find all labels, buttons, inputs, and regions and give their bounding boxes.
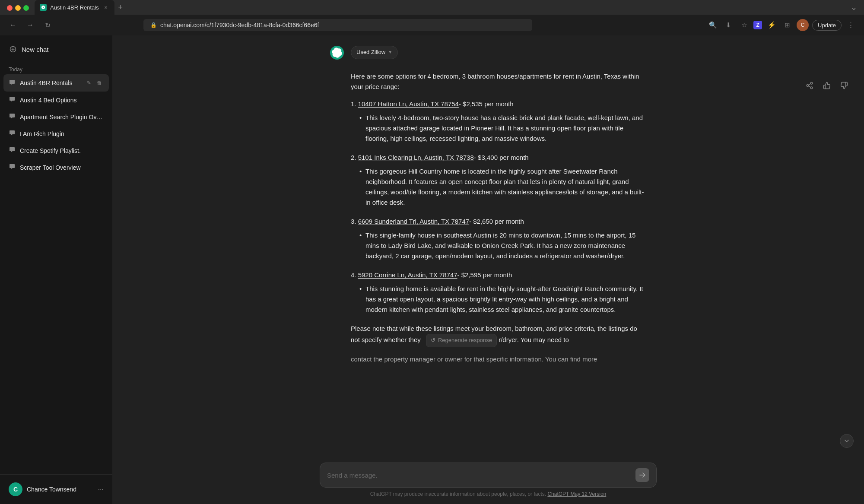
regenerate-response-btn[interactable]: ↺ Regenerate response (426, 334, 497, 347)
address-bar: ← → ↻ 🔒 chat.openai.com/c/1f7930dc-9edb-… (0, 15, 864, 35)
maximize-window-btn[interactable] (23, 5, 29, 11)
forward-btn[interactable]: → (24, 19, 36, 31)
listing-bullets-2: This single-family house in southeast Au… (351, 230, 646, 261)
sidebar-item-actions-0: ✎ 🗑 (85, 79, 104, 87)
svg-line-3 (808, 86, 810, 87)
chevron-down-icon: ▼ (388, 49, 392, 56)
message-body: Used Zillow ▼ Here are some options for … (351, 46, 646, 365)
sidebar-bottom: C Chance Townsend ··· (0, 474, 112, 504)
listing-price-2: - $2,650 per month (469, 218, 524, 225)
active-tab[interactable]: Austin 4BR Rentals ✕ (35, 0, 114, 15)
sidebar-top: New chat (0, 35, 112, 63)
tab-favicon (40, 4, 47, 11)
message-input[interactable] (327, 472, 630, 479)
edit-chat-btn[interactable]: ✎ (85, 79, 93, 87)
app: New chat Today Austin 4BR Rentals ✎ 🗑 (0, 35, 864, 504)
bookmark-btn[interactable]: ☆ (738, 19, 750, 31)
chat-icon-0 (9, 79, 16, 87)
tab-close-btn[interactable]: ✕ (102, 4, 109, 11)
listing-item-1: 2. 5101 Inks Clearing Ln, Austin, TX 787… (351, 152, 646, 208)
sidebar-item-apartment-search[interactable]: Apartment Search Plugin Ove... (3, 108, 109, 125)
new-tab-btn[interactable]: + (114, 1, 127, 13)
user-menu-btn[interactable]: ··· (98, 485, 104, 493)
update-btn[interactable]: Update (812, 20, 842, 31)
listing-num-1: 2. (351, 154, 358, 161)
tab-bar: Austin 4BR Rentals ✕ + ⌄ (0, 0, 864, 15)
profile-btn[interactable]: C (797, 19, 809, 31)
listing-price-1: - $3,400 per month (474, 154, 529, 161)
listing-link-1[interactable]: 5101 Inks Clearing Ln, Austin, TX 78738 (358, 154, 474, 161)
chat-icon-1 (9, 96, 16, 104)
listing-num-3: 4. (351, 271, 358, 279)
close-window-btn[interactable] (7, 5, 13, 11)
listing-num-2: 3. (351, 218, 358, 225)
sidebar-item-text-5: Scraper Tool Overview (20, 164, 104, 171)
url-bar[interactable]: 🔒 chat.openai.com/c/1f7930dc-9edb-481a-8… (143, 19, 532, 31)
listing-desc-2: This single-family house in southeast Au… (359, 230, 646, 261)
sidebar-item-austin-4br[interactable]: Austin 4BR Rentals ✎ 🗑 (3, 74, 109, 92)
new-chat-btn[interactable]: New chat (3, 41, 109, 58)
listing-item-2: 3. 6609 Sunderland Trl, Austin, TX 78747… (351, 216, 646, 261)
footer-link[interactable]: ChatGPT May 12 Version (547, 491, 606, 497)
url-text: chat.openai.com/c/1f7930dc-9edb-481a-8cf… (160, 22, 319, 29)
user-name: Chance Townsend (27, 486, 94, 493)
scroll-down-btn[interactable] (840, 434, 854, 448)
extensions-btn[interactable]: ⚡ (766, 19, 778, 31)
listing-header-1: 2. 5101 Inks Clearing Ln, Austin, TX 787… (351, 152, 646, 163)
listing-num-0: 1. (351, 100, 358, 108)
reload-btn[interactable]: ↻ (41, 19, 54, 31)
sidebar-item-create-spotify[interactable]: Create Spotify Playlist. (3, 142, 109, 159)
listing-item-0: 1. 10407 Hatton Ln, Austin, TX 78754- $2… (351, 99, 646, 144)
chat-icon-3 (9, 130, 16, 138)
sidebar-toggle-btn[interactable]: ⊞ (781, 19, 793, 31)
sidebar-item-text-2: Apartment Search Plugin Ove... (20, 114, 104, 120)
tool-badge[interactable]: Used Zillow ▼ (351, 46, 398, 59)
delete-chat-btn[interactable]: 🗑 (95, 79, 104, 87)
listing-item-3: 4. 5920 Corrine Ln, Austin, TX 78747- $2… (351, 270, 646, 315)
listing-header-2: 3. 6609 Sunderland Trl, Austin, TX 78747… (351, 216, 646, 227)
sidebar-item-scraper-tool[interactable]: Scraper Tool Overview (3, 159, 109, 176)
chat-icon-5 (9, 163, 16, 171)
intro-text: Here are some options for 4 bedroom, 3 b… (351, 71, 646, 92)
back-btn[interactable]: ← (7, 19, 19, 31)
refresh-icon: ↺ (431, 336, 435, 345)
listing-bullets-0: This lovely 4-bedroom, two-story house h… (351, 113, 646, 144)
regen-label: Regenerate response (438, 336, 492, 345)
tab-list-btn[interactable]: ⌄ (848, 2, 859, 13)
listing-link-2[interactable]: 6609 Sunderland Trl, Austin, TX 78747 (358, 218, 469, 225)
svg-point-0 (810, 82, 813, 85)
sidebar-item-i-am-rich[interactable]: I Am Rich Plugin (3, 125, 109, 142)
top-right-actions (803, 79, 851, 92)
listing-bullets-1: This gorgeous Hill Country home is locat… (351, 166, 646, 208)
send-btn[interactable] (635, 468, 649, 482)
input-area: ChatGPT may produce inaccurate informati… (112, 456, 864, 504)
listing-header-0: 1. 10407 Hatton Ln, Austin, TX 78754- $2… (351, 99, 646, 109)
listing-bullets-3: This stunning home is available for rent… (351, 284, 646, 315)
user-row[interactable]: C Chance Townsend ··· (3, 478, 109, 501)
zotero-btn[interactable]: Z (753, 21, 762, 29)
listing-link-3[interactable]: 5920 Corrine Ln, Austin, TX 78747 (358, 271, 457, 279)
listing-header-3: 4. 5920 Corrine Ln, Austin, TX 78747- $2… (351, 270, 646, 280)
minimize-window-btn[interactable] (15, 5, 21, 11)
thumbup-msg-btn[interactable] (820, 79, 834, 92)
share-btn[interactable] (803, 79, 816, 92)
chat-area: Used Zillow ▼ Here are some options for … (112, 35, 864, 456)
sidebar-item-text-4: Create Spotify Playlist. (20, 147, 104, 154)
sidebar-items: Today Austin 4BR Rentals ✎ 🗑 Austin 4 Be… (0, 63, 112, 474)
sidebar-item-austin-4bed[interactable]: Austin 4 Bed Options (3, 92, 109, 108)
thumbdown-msg-btn[interactable] (837, 79, 851, 92)
download-btn[interactable]: ⬇ (722, 19, 734, 31)
chat-icon-2 (9, 113, 16, 121)
listing-desc-0: This lovely 4-bedroom, two-story house h… (359, 113, 646, 144)
menu-btn[interactable]: ⋮ (845, 19, 857, 31)
browser-chrome: Austin 4BR Rentals ✕ + ⌄ ← → ↻ 🔒 chat.op… (0, 0, 864, 35)
tool-badge-text: Used Zillow (356, 48, 385, 57)
sidebar-section-today: Today (3, 63, 109, 74)
note-text-truncated: contact the property manager or owner fo… (351, 354, 646, 365)
listing-link-0[interactable]: 10407 Hatton Ln, Austin, TX 78754 (358, 100, 459, 108)
svg-line-4 (808, 84, 810, 85)
sidebar-item-text-1: Austin 4 Bed Options (20, 97, 104, 104)
search-btn[interactable]: 🔍 (707, 19, 719, 31)
new-chat-label: New chat (22, 46, 49, 53)
svg-point-1 (807, 85, 809, 87)
